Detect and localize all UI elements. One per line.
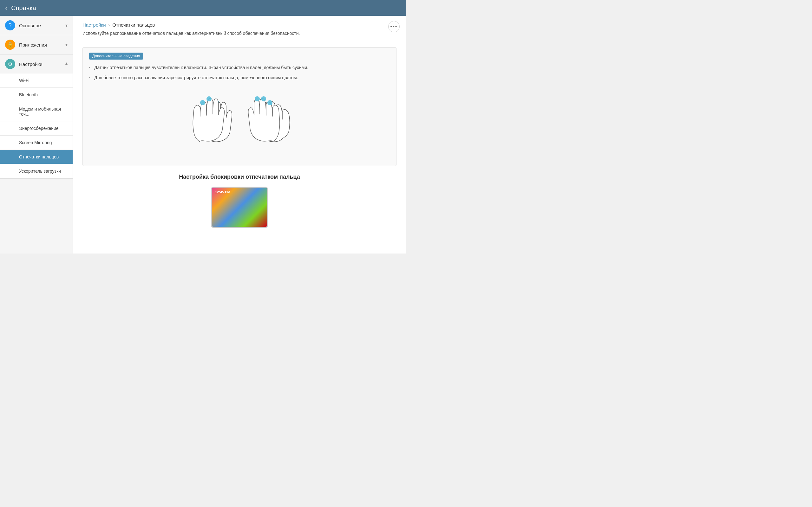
sidebar-item-bluetooth[interactable]: Bluetooth xyxy=(0,88,72,102)
sidebar-section-header-osnovnoe[interactable]: ? Основное ▾ xyxy=(0,16,72,35)
svg-point-6 xyxy=(267,100,272,105)
content-area: ••• Настройки › Отпечатки пальцев Исполь… xyxy=(73,16,406,253)
sidebar-section-header-nastroyki[interactable]: ⚙ Настройки ▾ xyxy=(0,55,72,73)
chevron-nastroyki: ▾ xyxy=(65,61,67,66)
sidebar-item-wifi[interactable]: Wi-Fi xyxy=(0,73,72,88)
sidebar: ? Основное ▾ 🔒 Приложения ▾ ⚙ Настройки … xyxy=(0,16,73,253)
info-list: Датчик отпечатков пальцев чувствителен к… xyxy=(89,64,390,81)
svg-point-8 xyxy=(255,96,260,101)
sidebar-section-prilozhenia: 🔒 Приложения ▾ xyxy=(0,35,72,55)
page-description: Используйте распознавание отпечатков пал… xyxy=(83,30,397,42)
sidebar-item-modem[interactable]: Модем и мобильная точ... xyxy=(0,102,72,121)
breadcrumb-link[interactable]: Настройки xyxy=(83,22,106,27)
info-item-2: Для более точного распознавания зарегист… xyxy=(89,74,390,81)
info-item-1: Датчик отпечатков пальцев чувствителен к… xyxy=(89,64,390,71)
device-time: 12:45 PM xyxy=(215,190,230,194)
svg-point-5 xyxy=(206,96,212,101)
svg-point-7 xyxy=(261,96,266,101)
osnovnoe-icon: ? xyxy=(5,20,15,31)
svg-point-4 xyxy=(200,100,205,105)
breadcrumb: Настройки › Отпечатки пальцев xyxy=(83,22,397,27)
sidebar-item-energo[interactable]: Энергосбережение xyxy=(0,121,72,135)
sidebar-section-label-nastroyki: Настройки xyxy=(19,61,65,67)
sidebar-item-mirroring[interactable]: Screen Mirroring xyxy=(0,135,72,150)
chevron-osnovnoe: ▾ xyxy=(65,23,67,28)
breadcrumb-separator: › xyxy=(108,22,110,27)
section-title: Настройка блокировки отпечатком пальца xyxy=(83,174,397,180)
app-header: ‹ Справка xyxy=(0,0,406,16)
info-tag: Дополнительные сведения xyxy=(89,53,143,60)
breadcrumb-current: Отпечатки пальцев xyxy=(112,22,155,27)
prilozhenia-icon: 🔒 xyxy=(5,40,15,50)
hands-illustration xyxy=(89,84,390,161)
info-box: Дополнительные сведения Датчик отпечатко… xyxy=(83,47,397,166)
back-button[interactable]: ‹ xyxy=(5,4,7,11)
nastroyki-icon: ⚙ xyxy=(5,59,15,69)
sidebar-item-accelerator[interactable]: Ускоритель загрузки xyxy=(0,164,72,178)
sidebar-section-nastroyki: ⚙ Настройки ▾ Wi-Fi Bluetooth Модем и мо… xyxy=(0,55,72,179)
sidebar-section-header-prilozhenia[interactable]: 🔒 Приложения ▾ xyxy=(0,35,72,54)
sidebar-section-osnovnoe: ? Основное ▾ xyxy=(0,16,72,35)
device-frame: 12:45 PM xyxy=(211,187,268,228)
chevron-prilozhenia: ▾ xyxy=(65,42,67,47)
sidebar-section-label-prilozhenia: Приложения xyxy=(19,42,65,48)
sidebar-section-label-osnovnoe: Основное xyxy=(19,23,65,28)
main-layout: ? Основное ▾ 🔒 Приложения ▾ ⚙ Настройки … xyxy=(0,16,406,253)
device-preview: 12:45 PM xyxy=(83,187,397,228)
header-title: Справка xyxy=(11,4,36,12)
more-button[interactable]: ••• xyxy=(388,21,400,32)
sidebar-item-fingerprints[interactable]: Отпечатки пальцев xyxy=(0,150,72,164)
